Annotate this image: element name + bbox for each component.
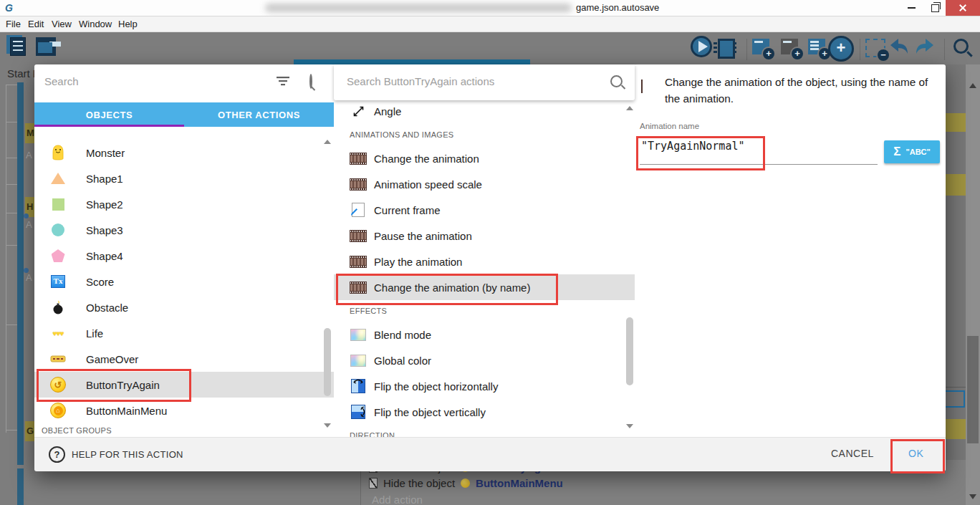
search-icon[interactable] [309, 74, 312, 89]
film-strip-icon [350, 230, 367, 242]
menu-edit[interactable]: Edit [28, 19, 44, 29]
event-indent-bar [17, 82, 24, 465]
actions-scrollbar-thumb[interactable] [626, 317, 633, 385]
window-title: game.json.autosave [576, 2, 659, 13]
condition-icon [24, 268, 29, 273]
toolbar-separator [944, 39, 945, 60]
triangle-icon [50, 173, 66, 184]
main-menu-button-icon: ⌂ [50, 403, 66, 418]
scroll-down-icon[interactable] [626, 424, 633, 428]
object-item-shape3[interactable]: Shape3 [34, 217, 334, 243]
filter-icon[interactable] [277, 77, 291, 86]
menu-file[interactable]: File [6, 19, 21, 29]
minimize-button[interactable] [900, 0, 923, 16]
text-object-icon: Tx [50, 275, 66, 288]
object-label: Life [86, 327, 103, 340]
debug-icon [718, 39, 735, 59]
close-button[interactable] [946, 0, 980, 16]
action-item-flip-vertically[interactable]: Flip the object vertically [334, 399, 635, 425]
annotation-box-change-animation-by-name [336, 274, 558, 305]
circle-icon [50, 223, 66, 236]
actions-search-input[interactable] [345, 74, 592, 88]
menu-window[interactable]: Window [79, 19, 112, 29]
object-tabs: OBJECTS OTHER ACTIONS [34, 102, 334, 127]
section-header-animations: ANIMATIONS AND IMAGES [350, 130, 453, 139]
film-strip-icon [350, 153, 367, 165]
search-icon[interactable] [610, 75, 623, 87]
scroll-up-icon[interactable] [324, 140, 331, 144]
menu-bar: File Edit View Window Help [0, 16, 980, 32]
gameover-banner-icon [50, 354, 66, 364]
objects-search-field[interactable] [43, 74, 261, 88]
object-label: Shape2 [86, 198, 123, 211]
object-label: Obstacle [86, 302, 128, 314]
toolbar-separator [860, 39, 860, 60]
action-label: Flip the object horizontally [374, 380, 498, 393]
action-item-flip-horizontally[interactable]: Flip the object horizontally [334, 373, 635, 399]
add-text-sliver: A [26, 272, 32, 283]
action-item-global-color[interactable]: Global color [334, 347, 635, 373]
object-item-shape4[interactable]: Shape4 [34, 243, 334, 269]
active-tab-underline [34, 125, 184, 127]
objects-search-input[interactable] [43, 74, 261, 88]
action-item-play-animation[interactable]: Play the animation [334, 249, 635, 274]
event-tree-line [6, 245, 17, 246]
angle-icon [350, 105, 367, 118]
object-label: Shape4 [86, 250, 123, 262]
restore-button[interactable] [924, 0, 946, 16]
action-item-current-frame[interactable]: Current frame [334, 197, 635, 223]
action-item-animation-speed[interactable]: Animation speed scale [334, 171, 635, 197]
scroll-down-icon[interactable] [324, 423, 331, 428]
event-divider [946, 387, 966, 388]
tab-other-actions[interactable]: OTHER ACTIONS [184, 102, 334, 127]
object-item-monster[interactable]: Monster [34, 140, 334, 165]
action-item-angle[interactable]: Angle [334, 98, 635, 124]
minimize-icon [908, 7, 916, 9]
blurred-title-text [265, 4, 572, 12]
bomb-icon [50, 300, 66, 314]
event-highlight-sliver [946, 113, 966, 132]
object-item-shape1[interactable]: Shape1 [34, 165, 334, 191]
object-item-shape2[interactable]: Shape2 [34, 191, 334, 217]
search-icon [953, 38, 971, 57]
scroll-down-icon [969, 494, 976, 499]
objects-scrollbar-thumb[interactable] [324, 328, 331, 396]
scroll-up-icon[interactable] [626, 106, 633, 110]
add-external-layout-icon: + [808, 39, 825, 54]
project-manager-icon [10, 37, 27, 57]
monster-icon [50, 145, 66, 160]
object-label: Monster [86, 147, 125, 159]
annotation-box-buttontryagain [37, 369, 191, 402]
help-link[interactable]: HELP FOR THIS ACTION [72, 449, 183, 460]
menu-view[interactable]: View [52, 19, 72, 29]
object-label: Shape3 [86, 224, 123, 236]
object-name: ButtonMainMenu [476, 477, 563, 489]
cancel-button[interactable]: CANCEL [831, 448, 874, 459]
undo-icon [888, 37, 910, 56]
main-scrollbar-thumb [967, 336, 979, 443]
hide-object-icon [369, 478, 378, 489]
action-item-change-animation[interactable]: Change the animation [334, 145, 635, 171]
actions-search-card [334, 64, 635, 100]
action-label: Play the animation [374, 256, 462, 268]
object-item-gameover[interactable]: GameOver [34, 346, 334, 372]
object-item-obstacle[interactable]: Obstacle [34, 294, 334, 320]
action-item-pause-animation[interactable]: Pause the animation [334, 223, 635, 249]
tab-objects[interactable]: OBJECTS [34, 102, 184, 127]
help-icon[interactable]: ? [49, 446, 65, 463]
event-tree-line [6, 184, 17, 185]
dialog-footer: ? HELP FOR THIS ACTION CANCEL OK [34, 437, 946, 471]
event-tree-line [6, 158, 17, 158]
blend-mode-icon [350, 329, 367, 341]
object-item-life[interactable]: ♥♥♥ Life [34, 320, 334, 346]
close-icon [959, 4, 967, 12]
object-item-score[interactable]: Tx Score [34, 269, 334, 294]
square-icon [50, 198, 66, 211]
action-item-blend-mode[interactable]: Blend mode [334, 322, 635, 347]
event-tree-line [6, 213, 17, 213]
add-external-events-icon: + [781, 39, 798, 54]
menu-help[interactable]: Help [118, 19, 138, 29]
add-scene-icon: + [752, 39, 769, 54]
global-color-icon [350, 355, 367, 367]
expression-editor-button[interactable]: Σ "ABC" [884, 140, 940, 163]
